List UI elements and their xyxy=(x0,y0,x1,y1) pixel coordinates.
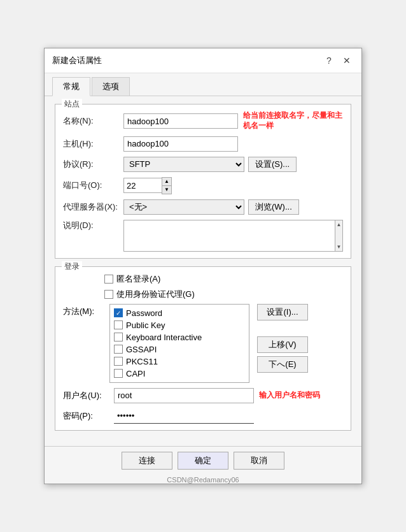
footer-bar: 连接 确定 取消 xyxy=(45,446,361,475)
method-label-capi: CAPI xyxy=(126,369,145,378)
name-input[interactable] xyxy=(123,113,238,129)
browse-button[interactable]: 浏览(W)... xyxy=(248,199,299,215)
title-bar-buttons: ? ✕ xyxy=(322,54,354,68)
identity-row: 使用身份验证代理(G) xyxy=(104,289,343,300)
site-section-title: 站点 xyxy=(62,99,82,110)
method-checkbox-gssapi[interactable] xyxy=(114,345,123,354)
protocol-settings-button[interactable]: 设置(S)... xyxy=(248,157,297,172)
protocol-controls: SFTP 设置(S)... xyxy=(123,157,297,172)
tab-bar: 常规 选项 xyxy=(45,73,361,96)
method-item-pkcs11: PKCS11 xyxy=(114,356,245,368)
method-row: 方法(M): ✓ Password Public Key xyxy=(63,304,343,383)
port-down-button[interactable]: ▼ xyxy=(162,186,171,194)
method-label-pkcs11: PKCS11 xyxy=(126,357,158,366)
scroll-down-icon: ▼ xyxy=(336,244,341,250)
port-spinbox: ▲ ▼ xyxy=(162,177,172,194)
username-row: 用户名(U): 输入用户名和密码 xyxy=(63,388,343,403)
anon-checkbox[interactable] xyxy=(104,275,113,284)
method-checkbox-capi[interactable] xyxy=(114,369,123,378)
proxy-row: 代理服务器(X): <无> 浏览(W)... xyxy=(63,199,343,215)
desc-scrollbar[interactable]: ▲ ▼ xyxy=(335,220,343,252)
host-row: 主机(H): xyxy=(63,136,343,152)
host-input[interactable] xyxy=(123,136,238,152)
port-row: 端口号(O): ▲ ▼ xyxy=(63,177,343,194)
method-buttons: 设置(I)... 上移(V) 下へ(E) xyxy=(257,304,308,373)
method-label-password: Password xyxy=(126,308,162,318)
password-row: 密码(P): xyxy=(63,408,343,424)
method-checkbox-password[interactable]: ✓ xyxy=(114,308,123,317)
proxy-select[interactable]: <无> xyxy=(123,199,244,215)
method-label-keyboard: Keyboard Interactive xyxy=(126,333,202,342)
login-annotation: 输入用户名和密码 xyxy=(259,390,320,401)
name-annotation: 给当前连接取名字，尽量和主机名一样 xyxy=(243,111,343,131)
username-label: 用户名(U): xyxy=(63,390,114,401)
method-item-password: ✓ Password xyxy=(114,307,245,319)
protocol-select[interactable]: SFTP xyxy=(123,157,244,172)
password-label: 密码(P): xyxy=(63,410,114,422)
title-bar: 新建会话属性 ? ✕ xyxy=(45,48,361,73)
ok-button[interactable]: 确定 xyxy=(178,452,228,470)
close-button[interactable]: ✕ xyxy=(340,54,354,68)
proxy-controls: <无> 浏览(W)... xyxy=(123,199,299,215)
tab-general[interactable]: 常规 xyxy=(52,77,90,96)
anon-row: 匿名登录(A) xyxy=(104,273,343,285)
host-label: 主机(H): xyxy=(63,138,123,150)
help-button[interactable]: ? xyxy=(322,54,336,68)
password-input[interactable] xyxy=(114,408,254,424)
port-up-button[interactable]: ▲ xyxy=(162,178,171,185)
method-label-gssapi: GSSAPI xyxy=(126,345,157,354)
site-section: 站点 名称(N): 给当前连接取名字，尽量和主机名一样 主机(H): 协议(R)… xyxy=(55,104,351,258)
method-settings-button[interactable]: 设置(I)... xyxy=(257,304,308,320)
method-item-keyboard: Keyboard Interactive xyxy=(114,331,245,343)
port-input[interactable] xyxy=(123,178,162,193)
description-input[interactable] xyxy=(123,220,335,252)
login-section-title: 登录 xyxy=(62,261,82,272)
identity-checkbox[interactable] xyxy=(104,290,113,299)
proxy-label: 代理服务器(X): xyxy=(63,201,123,213)
tab-options[interactable]: 选项 xyxy=(92,77,130,96)
name-label: 名称(N): xyxy=(63,115,123,127)
method-label: 方法(M): xyxy=(63,304,104,317)
dialog: 新建会话属性 ? ✕ 常规 选项 站点 名称(N): 给当前连接取名字，尽量和主… xyxy=(44,48,362,484)
dialog-title: 新建会话属性 xyxy=(52,55,102,66)
method-item-gssapi: GSSAPI xyxy=(114,343,245,356)
anon-label: 匿名登录(A) xyxy=(116,273,160,285)
method-checkbox-pkcs11[interactable] xyxy=(114,357,123,366)
method-checkbox-keyboard[interactable] xyxy=(114,333,123,341)
method-checkbox-publickey[interactable] xyxy=(114,320,123,329)
port-controls: ▲ ▼ xyxy=(123,177,172,194)
identity-label: 使用身份验证代理(G) xyxy=(116,289,195,300)
method-label-publickey: Public Key xyxy=(126,320,165,330)
method-item-publickey: Public Key xyxy=(114,319,245,331)
desc-row: 说明(D): ▲ ▼ xyxy=(63,220,343,252)
method-list: ✓ Password Public Key Keyboard Interacti… xyxy=(109,304,249,383)
connect-button[interactable]: 连接 xyxy=(122,452,172,470)
move-down-button[interactable]: 下へ(E) xyxy=(257,356,308,373)
login-section: 登录 匿名登录(A) 使用身份验证代理(G) 方法(M): ✓ Password xyxy=(55,266,351,431)
watermark: CSDN@Redamancy06 xyxy=(45,476,361,484)
scroll-up-icon: ▲ xyxy=(336,222,341,227)
content-area: 站点 名称(N): 给当前连接取名字，尽量和主机名一样 主机(H): 协议(R)… xyxy=(45,96,361,445)
cancel-button[interactable]: 取消 xyxy=(234,452,284,470)
protocol-label: 协议(R): xyxy=(63,159,123,170)
port-label: 端口号(O): xyxy=(63,180,123,191)
desc-label: 说明(D): xyxy=(63,220,123,231)
name-row: 名称(N): 给当前连接取名字，尽量和主机名一样 xyxy=(63,111,343,131)
username-input[interactable] xyxy=(114,388,254,403)
method-item-capi: CAPI xyxy=(114,368,245,380)
protocol-row: 协议(R): SFTP 设置(S)... xyxy=(63,157,343,172)
move-up-button[interactable]: 上移(V) xyxy=(257,336,308,353)
